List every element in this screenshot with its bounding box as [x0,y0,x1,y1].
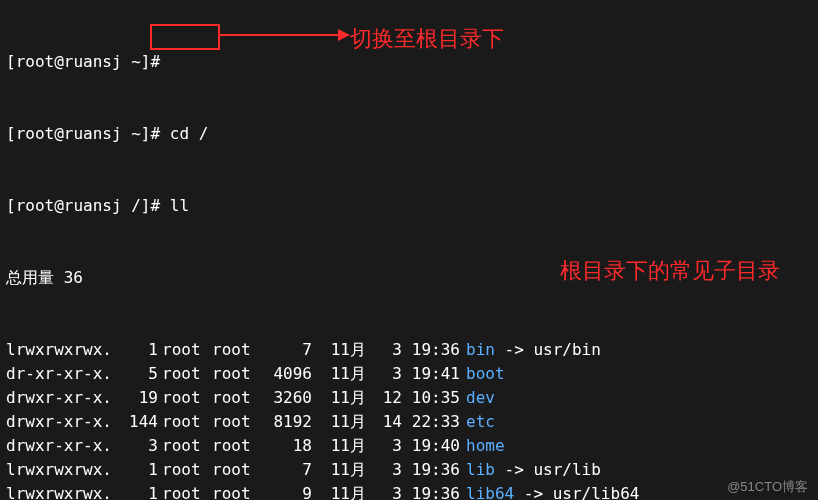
perm: lrwxrwxrwx. [6,482,118,500]
owner: root [158,386,212,410]
name-cell: lib -> usr/lib [466,458,601,482]
prompt-line-3: [root@ruansj /]# ll [6,194,812,218]
file-name: dev [466,388,495,407]
list-item: lrwxrwxrwx.1rootroot711月319:36lib -> usr… [6,458,812,482]
prompt-prefix: [root@ruansj /]# [6,196,160,215]
group: root [212,434,262,458]
perm: lrwxrwxrwx. [6,338,118,362]
owner: root [158,482,212,500]
links: 1 [118,482,158,500]
size: 4096 [262,362,312,386]
group: root [212,386,262,410]
time: 19:36 [402,458,466,482]
day: 3 [366,434,402,458]
perm: drwxr-xr-x. [6,434,118,458]
group: root [212,410,262,434]
time: 19:36 [402,482,466,500]
prompt-line-2: [root@ruansj ~]# cd / [6,122,812,146]
owner: root [158,338,212,362]
day: 12 [366,386,402,410]
owner: root [158,410,212,434]
file-name: lib [466,460,495,479]
month: 11月 [312,386,366,410]
month: 11月 [312,410,366,434]
group: root [212,482,262,500]
command-cd: cd / [160,124,208,143]
time: 10:35 [402,386,466,410]
time: 19:40 [402,434,466,458]
size: 9 [262,482,312,500]
command-ll: ll [160,196,189,215]
list-item: drwxr-xr-x.144rootroot819211月1422:33etc [6,410,812,434]
time: 19:36 [402,338,466,362]
links: 144 [118,410,158,434]
day: 3 [366,362,402,386]
file-name: bin [466,340,495,359]
links: 3 [118,434,158,458]
perm: drwxr-xr-x. [6,410,118,434]
name-cell: home [466,434,505,458]
list-item: lrwxrwxrwx.1rootroot711月319:36bin -> usr… [6,338,812,362]
time: 19:41 [402,362,466,386]
file-listing: lrwxrwxrwx.1rootroot711月319:36bin -> usr… [6,338,812,500]
owner: root [158,362,212,386]
size: 7 [262,338,312,362]
annotation-arrow [218,34,348,36]
owner: root [158,434,212,458]
size: 18 [262,434,312,458]
group: root [212,362,262,386]
links: 1 [118,458,158,482]
perm: lrwxrwxrwx. [6,458,118,482]
month: 11月 [312,434,366,458]
size: 7 [262,458,312,482]
month: 11月 [312,338,366,362]
file-name: boot [466,364,505,383]
size: 8192 [262,410,312,434]
time: 22:33 [402,410,466,434]
file-name: lib64 [466,484,514,500]
name-cell: etc [466,410,495,434]
terminal[interactable]: [root@ruansj ~]# [root@ruansj ~]# cd / [… [0,0,818,500]
name-cell: lib64 -> usr/lib64 [466,482,639,500]
month: 11月 [312,482,366,500]
day: 3 [366,338,402,362]
day: 3 [366,482,402,500]
annotation-box [150,24,220,50]
list-item: lrwxrwxrwx.1rootroot911月319:36lib64 -> u… [6,482,812,500]
links: 1 [118,338,158,362]
day: 3 [366,458,402,482]
links: 19 [118,386,158,410]
day: 14 [366,410,402,434]
name-cell: boot [466,362,505,386]
list-item: dr-xr-xr-x.5rootroot409611月319:41boot [6,362,812,386]
links: 5 [118,362,158,386]
file-name: etc [466,412,495,431]
group: root [212,458,262,482]
perm: drwxr-xr-x. [6,386,118,410]
name-cell: bin -> usr/bin [466,338,601,362]
group: root [212,338,262,362]
size: 3260 [262,386,312,410]
list-item: drwxr-xr-x.3rootroot1811月319:40home [6,434,812,458]
annotation-top: 切换至根目录下 [350,24,504,54]
month: 11月 [312,362,366,386]
list-item: drwxr-xr-x.19rootroot326011月1210:35dev [6,386,812,410]
perm: dr-xr-xr-x. [6,362,118,386]
prompt-prefix: [root@ruansj ~]# [6,124,160,143]
name-cell: dev [466,386,495,410]
prompt-prefix: [root@ruansj ~]# [6,52,160,71]
annotation-side: 根目录下的常见子目录 [560,256,780,287]
month: 11月 [312,458,366,482]
watermark: @51CTO博客 [727,478,808,496]
owner: root [158,458,212,482]
file-name: home [466,436,505,455]
